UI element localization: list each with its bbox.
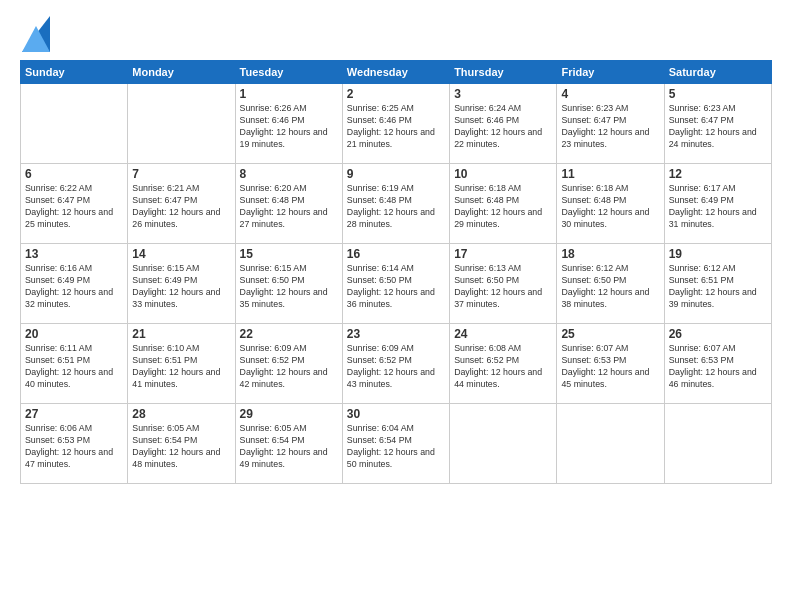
day-info: Sunrise: 6:11 AMSunset: 6:51 PMDaylight:… <box>25 343 123 391</box>
sunset-label: Sunset: 6:47 PM <box>669 115 734 125</box>
day-number: 2 <box>347 87 445 101</box>
daylight-label: Daylight: 12 hours and 47 minutes. <box>25 447 113 469</box>
daylight-label: Daylight: 12 hours and 45 minutes. <box>561 367 649 389</box>
sunrise-label: Sunrise: 6:06 AM <box>25 423 92 433</box>
daylight-label: Daylight: 12 hours and 32 minutes. <box>25 287 113 309</box>
day-info: Sunrise: 6:08 AMSunset: 6:52 PMDaylight:… <box>454 343 552 391</box>
table-row: 20Sunrise: 6:11 AMSunset: 6:51 PMDayligh… <box>21 324 128 404</box>
sunrise-label: Sunrise: 6:12 AM <box>669 263 736 273</box>
table-row: 10Sunrise: 6:18 AMSunset: 6:48 PMDayligh… <box>450 164 557 244</box>
sunset-label: Sunset: 6:49 PM <box>132 275 197 285</box>
table-row: 9Sunrise: 6:19 AMSunset: 6:48 PMDaylight… <box>342 164 449 244</box>
daylight-label: Daylight: 12 hours and 31 minutes. <box>669 207 757 229</box>
table-row: 12Sunrise: 6:17 AMSunset: 6:49 PMDayligh… <box>664 164 771 244</box>
sunset-label: Sunset: 6:49 PM <box>669 195 734 205</box>
sunrise-label: Sunrise: 6:25 AM <box>347 103 414 113</box>
day-number: 16 <box>347 247 445 261</box>
day-info: Sunrise: 6:09 AMSunset: 6:52 PMDaylight:… <box>240 343 338 391</box>
sunset-label: Sunset: 6:47 PM <box>25 195 90 205</box>
sunset-label: Sunset: 6:46 PM <box>347 115 412 125</box>
day-number: 28 <box>132 407 230 421</box>
sunrise-label: Sunrise: 6:18 AM <box>561 183 628 193</box>
day-number: 30 <box>347 407 445 421</box>
sunrise-label: Sunrise: 6:18 AM <box>454 183 521 193</box>
day-info: Sunrise: 6:04 AMSunset: 6:54 PMDaylight:… <box>347 423 445 471</box>
daylight-label: Daylight: 12 hours and 21 minutes. <box>347 127 435 149</box>
day-info: Sunrise: 6:23 AMSunset: 6:47 PMDaylight:… <box>669 103 767 151</box>
sunset-label: Sunset: 6:48 PM <box>240 195 305 205</box>
sunset-label: Sunset: 6:51 PM <box>669 275 734 285</box>
col-wednesday: Wednesday <box>342 61 449 84</box>
sunrise-label: Sunrise: 6:19 AM <box>347 183 414 193</box>
day-number: 5 <box>669 87 767 101</box>
daylight-label: Daylight: 12 hours and 23 minutes. <box>561 127 649 149</box>
day-info: Sunrise: 6:15 AMSunset: 6:49 PMDaylight:… <box>132 263 230 311</box>
table-row: 16Sunrise: 6:14 AMSunset: 6:50 PMDayligh… <box>342 244 449 324</box>
day-info: Sunrise: 6:22 AMSunset: 6:47 PMDaylight:… <box>25 183 123 231</box>
sunrise-label: Sunrise: 6:07 AM <box>669 343 736 353</box>
daylight-label: Daylight: 12 hours and 28 minutes. <box>347 207 435 229</box>
table-row: 22Sunrise: 6:09 AMSunset: 6:52 PMDayligh… <box>235 324 342 404</box>
table-row: 5Sunrise: 6:23 AMSunset: 6:47 PMDaylight… <box>664 84 771 164</box>
daylight-label: Daylight: 12 hours and 19 minutes. <box>240 127 328 149</box>
sunset-label: Sunset: 6:54 PM <box>347 435 412 445</box>
daylight-label: Daylight: 12 hours and 36 minutes. <box>347 287 435 309</box>
table-row: 15Sunrise: 6:15 AMSunset: 6:50 PMDayligh… <box>235 244 342 324</box>
table-row: 13Sunrise: 6:16 AMSunset: 6:49 PMDayligh… <box>21 244 128 324</box>
sunset-label: Sunset: 6:50 PM <box>454 275 519 285</box>
day-number: 24 <box>454 327 552 341</box>
daylight-label: Daylight: 12 hours and 26 minutes. <box>132 207 220 229</box>
calendar-table: Sunday Monday Tuesday Wednesday Thursday… <box>20 60 772 484</box>
sunset-label: Sunset: 6:50 PM <box>347 275 412 285</box>
table-row <box>450 404 557 484</box>
day-number: 12 <box>669 167 767 181</box>
daylight-label: Daylight: 12 hours and 43 minutes. <box>347 367 435 389</box>
sunset-label: Sunset: 6:46 PM <box>240 115 305 125</box>
day-info: Sunrise: 6:23 AMSunset: 6:47 PMDaylight:… <box>561 103 659 151</box>
sunrise-label: Sunrise: 6:10 AM <box>132 343 199 353</box>
table-row: 1Sunrise: 6:26 AMSunset: 6:46 PMDaylight… <box>235 84 342 164</box>
col-tuesday: Tuesday <box>235 61 342 84</box>
table-row: 21Sunrise: 6:10 AMSunset: 6:51 PMDayligh… <box>128 324 235 404</box>
page: Sunday Monday Tuesday Wednesday Thursday… <box>0 0 792 612</box>
table-row: 17Sunrise: 6:13 AMSunset: 6:50 PMDayligh… <box>450 244 557 324</box>
day-info: Sunrise: 6:12 AMSunset: 6:50 PMDaylight:… <box>561 263 659 311</box>
table-row: 30Sunrise: 6:04 AMSunset: 6:54 PMDayligh… <box>342 404 449 484</box>
day-info: Sunrise: 6:05 AMSunset: 6:54 PMDaylight:… <box>240 423 338 471</box>
calendar-week-row: 20Sunrise: 6:11 AMSunset: 6:51 PMDayligh… <box>21 324 772 404</box>
daylight-label: Daylight: 12 hours and 38 minutes. <box>561 287 649 309</box>
sunset-label: Sunset: 6:49 PM <box>25 275 90 285</box>
table-row: 4Sunrise: 6:23 AMSunset: 6:47 PMDaylight… <box>557 84 664 164</box>
sunset-label: Sunset: 6:48 PM <box>454 195 519 205</box>
day-info: Sunrise: 6:26 AMSunset: 6:46 PMDaylight:… <box>240 103 338 151</box>
table-row: 26Sunrise: 6:07 AMSunset: 6:53 PMDayligh… <box>664 324 771 404</box>
sunrise-label: Sunrise: 6:15 AM <box>132 263 199 273</box>
sunrise-label: Sunrise: 6:16 AM <box>25 263 92 273</box>
calendar-week-row: 27Sunrise: 6:06 AMSunset: 6:53 PMDayligh… <box>21 404 772 484</box>
day-number: 21 <box>132 327 230 341</box>
sunrise-label: Sunrise: 6:26 AM <box>240 103 307 113</box>
day-number: 22 <box>240 327 338 341</box>
sunrise-label: Sunrise: 6:09 AM <box>240 343 307 353</box>
day-info: Sunrise: 6:12 AMSunset: 6:51 PMDaylight:… <box>669 263 767 311</box>
daylight-label: Daylight: 12 hours and 49 minutes. <box>240 447 328 469</box>
day-number: 8 <box>240 167 338 181</box>
sunrise-label: Sunrise: 6:24 AM <box>454 103 521 113</box>
table-row: 18Sunrise: 6:12 AMSunset: 6:50 PMDayligh… <box>557 244 664 324</box>
col-monday: Monday <box>128 61 235 84</box>
table-row <box>21 84 128 164</box>
col-sunday: Sunday <box>21 61 128 84</box>
sunset-label: Sunset: 6:54 PM <box>240 435 305 445</box>
daylight-label: Daylight: 12 hours and 48 minutes. <box>132 447 220 469</box>
sunset-label: Sunset: 6:51 PM <box>25 355 90 365</box>
day-info: Sunrise: 6:21 AMSunset: 6:47 PMDaylight:… <box>132 183 230 231</box>
day-info: Sunrise: 6:15 AMSunset: 6:50 PMDaylight:… <box>240 263 338 311</box>
table-row: 24Sunrise: 6:08 AMSunset: 6:52 PMDayligh… <box>450 324 557 404</box>
day-number: 9 <box>347 167 445 181</box>
day-info: Sunrise: 6:05 AMSunset: 6:54 PMDaylight:… <box>132 423 230 471</box>
day-number: 11 <box>561 167 659 181</box>
day-number: 17 <box>454 247 552 261</box>
table-row: 2Sunrise: 6:25 AMSunset: 6:46 PMDaylight… <box>342 84 449 164</box>
daylight-label: Daylight: 12 hours and 46 minutes. <box>669 367 757 389</box>
header <box>20 16 772 52</box>
